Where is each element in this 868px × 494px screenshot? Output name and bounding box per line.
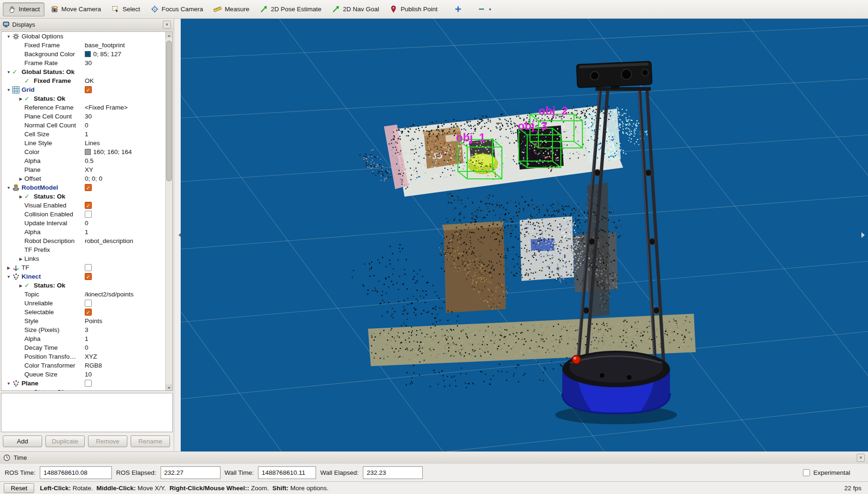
property-value-cell[interactable]: 0 [85,344,165,351]
property-value-background-color[interactable]: 0; 85; 127 [93,51,121,58]
select-tool-button[interactable]: Select [107,2,145,16]
property-value-cell[interactable]: ✓ [85,86,165,93]
property-value-cell[interactable]: 10 [85,371,165,378]
property-value-cell[interactable]: <Fixed Frame> [85,104,165,111]
expand-open-icon[interactable]: ▼ [5,274,12,279]
property-value-cell[interactable]: RGB8 [85,362,165,369]
tree-row-update-interval[interactable]: Update Interval0 [1,219,165,228]
property-value-size-pixels-[interactable]: 3 [85,326,88,333]
expand-closed-icon[interactable]: ▶ [17,96,24,101]
property-value-cell[interactable]: 0 [85,220,165,227]
property-value-cell[interactable]: ✓ [85,273,165,280]
duplicate-display-button[interactable]: Duplicate [45,435,85,447]
color-swatch[interactable] [85,149,91,155]
remove-display-button[interactable]: Remove [88,435,127,447]
property-value-cell[interactable] [85,264,165,271]
tree-row-reference-frame[interactable]: Reference Frame<Fixed Frame> [1,103,165,112]
tree-row-frame-rate[interactable]: Frame Rate30 [1,59,165,67]
tree-row-collision-enabled[interactable]: Collision Enabled [1,210,165,219]
3d-viewport[interactable]: JD [181,19,868,451]
tree-row-links[interactable]: ▶Links [1,254,165,263]
property-value-position-transfo-[interactable]: XYZ [85,353,97,360]
tree-row-status-ok[interactable]: ▶✓Status: Ok [1,192,165,201]
scrollbar-down-icon[interactable] [166,384,172,391]
tree-row-plane[interactable]: PlaneXY [1,165,165,174]
property-value-color[interactable]: 160; 160; 164 [93,148,132,155]
expand-closed-icon[interactable]: ▶ [17,257,24,261]
grid-checkbox[interactable]: ✓ [85,86,92,93]
property-value-cell[interactable]: OK [85,77,165,84]
property-value-cell-size[interactable]: 1 [85,131,88,138]
expand-closed-icon[interactable]: ▶ [17,194,24,199]
interact-tool-button[interactable]: Interact [3,2,44,16]
scrollbar-thumb[interactable] [166,41,172,181]
expand-open-icon[interactable]: ▼ [5,34,12,39]
property-value-cell[interactable] [85,300,165,307]
property-value-cell[interactable] [85,211,165,218]
property-value-alpha[interactable]: 1 [85,229,88,236]
property-value-alpha[interactable]: 1 [85,335,88,342]
expand-closed-icon[interactable]: ▶ [17,390,24,391]
time-panel-close-icon[interactable]: × [857,454,865,462]
property-value-cell[interactable]: /kinect2/sd/points [85,291,165,298]
wall-elapsed-field[interactable] [363,466,423,479]
property-value-cell[interactable]: 30 [85,59,165,66]
expand-open-icon[interactable]: ▼ [5,88,12,92]
tree-row-fixed-frame[interactable]: ✓Fixed FrameOK [1,76,165,85]
publish-point-tool-button[interactable]: Publish Point [385,2,442,16]
tree-row-selectable[interactable]: Selectable✓ [1,308,165,317]
tree-row-status-ok[interactable]: ▶✓Status: Ok [1,94,165,103]
tree-row-status-ok[interactable]: ▶✓Status: Ok [1,281,165,290]
measure-tool-button[interactable]: Measure [209,2,254,16]
expand-closed-icon[interactable]: ▶ [17,177,24,181]
tree-row-plane[interactable]: ▼Plane [1,379,165,388]
scrollbar-track[interactable] [166,38,172,384]
unreliable-checkbox[interactable] [85,300,92,307]
property-value-cell[interactable]: 0.5 [85,157,165,164]
selectable-checkbox[interactable]: ✓ [85,309,92,316]
tree-row-unreliable[interactable]: Unreliable [1,299,165,308]
property-value-cell[interactable]: 1 [85,229,165,236]
tree-row-line-style[interactable]: Line StyleLines [1,139,165,147]
property-value-update-interval[interactable]: 0 [85,220,88,227]
focus-camera-tool-button[interactable]: Focus Camera [146,2,208,16]
tree-row-kinect[interactable]: ▼Kinect✓ [1,272,165,281]
property-value-cell[interactable]: robot_description [85,237,165,244]
ros-time-field[interactable] [40,466,112,479]
property-value-cell[interactable]: 1 [85,335,165,342]
tree-row-queue-size[interactable]: Queue Size10 [1,370,165,379]
property-value-cell[interactable]: ✓ [85,184,165,191]
displays-panel-header[interactable]: Displays × [0,19,174,30]
add-display-button[interactable]: Add [3,435,42,447]
property-value-color-transformer[interactable]: RGB8 [85,362,102,369]
property-value-style[interactable]: Points [85,317,103,324]
tree-row-style[interactable]: StylePoints [1,317,165,325]
property-value-cell[interactable]: 0; 0; 0 [85,175,165,182]
displays-panel-close-icon[interactable]: × [163,21,171,29]
property-value-cell[interactable]: ✓ [85,202,165,209]
expand-closed-icon[interactable]: ▶ [17,283,24,288]
property-value-cell[interactable]: 3 [85,326,165,333]
tree-row-alpha[interactable]: Alpha0.5 [1,156,165,165]
wall-time-field[interactable] [258,466,316,479]
property-value-plane-cell-count[interactable]: 30 [85,113,92,120]
property-value-line-style[interactable]: Lines [85,140,100,147]
tree-row-alpha[interactable]: Alpha1 [1,334,165,343]
experimental-checkbox[interactable] [803,469,810,476]
color-swatch[interactable] [85,51,91,57]
collision-enabled-checkbox[interactable] [85,211,92,218]
property-value-cell[interactable]: 0 [85,122,165,129]
tree-row-color[interactable]: Color160; 160; 164 [1,147,165,156]
property-value-topic[interactable]: /kinect2/sd/points [85,291,133,298]
tree-row-alpha[interactable]: Alpha1 [1,228,165,236]
property-value-queue-size[interactable]: 10 [85,371,92,378]
tree-row-robot-description[interactable]: Robot Descriptionrobot_description [1,236,165,245]
ros-elapsed-field[interactable] [161,466,221,479]
time-panel-header[interactable]: Time × [0,452,868,464]
nav-goal-tool-button[interactable]: 2D Nav Goal [327,2,383,16]
property-value-fixed-frame[interactable]: OK [85,77,94,84]
tree-row-global-status-ok[interactable]: ▼✓Global Status: Ok [1,67,165,76]
tree-row-global-options[interactable]: ▼Global Options [1,32,165,41]
3d-scene[interactable]: JD [181,19,868,451]
tree-row-visual-enabled[interactable]: Visual Enabled✓ [1,201,165,210]
